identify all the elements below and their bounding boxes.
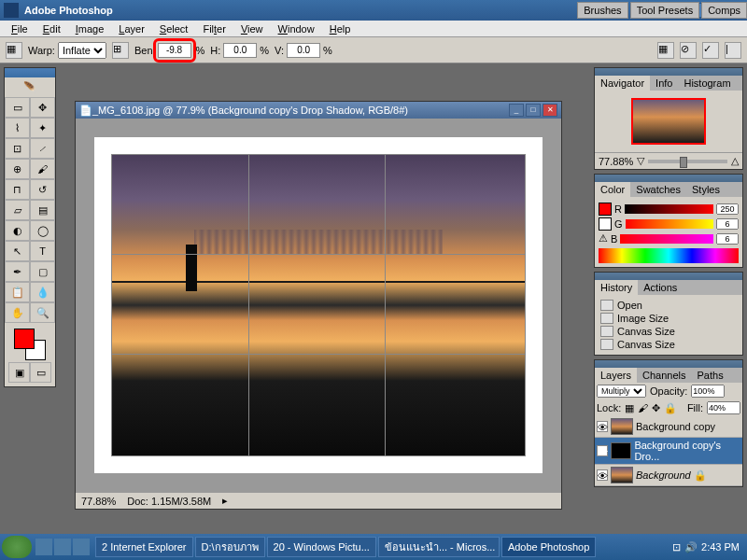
visibility-icon[interactable]: 👁 (597, 445, 608, 456)
history-brush-tool[interactable]: ↺ (30, 179, 55, 200)
canvas-area[interactable] (76, 119, 561, 492)
history-item[interactable]: Canvas Size (599, 338, 739, 351)
task-item[interactable]: D:\กรอบภาพ (195, 537, 265, 557)
layer-row[interactable]: 👁 Background copy (595, 416, 742, 438)
lock-trans-icon[interactable]: ▦ (625, 402, 634, 414)
pen-tool[interactable]: ✒ (5, 261, 30, 282)
menu-file[interactable]: File (4, 21, 35, 36)
history-item[interactable]: Image Size (599, 312, 739, 325)
panel-header[interactable] (595, 360, 742, 368)
brush-tool[interactable]: 🖌 (30, 159, 55, 179)
r-input[interactable] (716, 203, 739, 215)
type-tool[interactable]: T (30, 241, 55, 261)
doc-close-button[interactable]: ✕ (543, 104, 557, 117)
tab-paths[interactable]: Paths (692, 368, 729, 383)
move-tool[interactable]: ✥ (30, 97, 55, 118)
lock-all-icon[interactable]: 🔒 (664, 402, 677, 414)
task-item[interactable]: 20 - Windows Pictu... (267, 537, 376, 557)
tab-navigator[interactable]: Navigator (595, 76, 650, 91)
menu-edit[interactable]: Edit (35, 21, 68, 36)
zoom-slider[interactable] (648, 160, 727, 163)
bend-input[interactable] (158, 43, 191, 58)
tab-swatches[interactable]: Swatches (630, 182, 686, 197)
layer-thumbnail[interactable] (611, 418, 633, 435)
r-slider[interactable] (625, 204, 713, 214)
slice-tool[interactable]: ⟋ (30, 138, 55, 159)
color-fg-swatch[interactable] (599, 203, 612, 216)
tray-icon[interactable]: ⊡ (672, 541, 681, 553)
status-arrow-icon[interactable]: ▸ (222, 495, 228, 507)
zoom-out-icon[interactable]: ▽ (637, 155, 644, 167)
hand-tool[interactable]: ✋ (5, 302, 30, 323)
lock-paint-icon[interactable]: 🖌 (638, 402, 648, 413)
panel-header[interactable] (595, 68, 742, 76)
visibility-icon[interactable]: 👁 (597, 469, 608, 481)
warp-toggle-icon[interactable]: ▦ (657, 42, 674, 59)
tab-actions[interactable]: Actions (638, 280, 683, 295)
shape-tool[interactable]: ▢ (30, 261, 55, 282)
blend-mode-select[interactable]: Multiply (597, 385, 646, 398)
layer-thumbnail[interactable] (611, 442, 631, 459)
history-item[interactable]: Open (599, 299, 739, 312)
task-item[interactable]: ข้อนแนะนำ... - Micros... (378, 537, 500, 557)
start-button[interactable] (2, 536, 32, 558)
tab-info[interactable]: Info (650, 76, 678, 91)
navigator-thumbnail[interactable] (631, 98, 706, 145)
zoom-in-icon[interactable]: △ (731, 155, 739, 167)
warp-style-select[interactable]: Inflate (58, 42, 106, 59)
tab-channels[interactable]: Channels (637, 368, 691, 383)
orientation-icon[interactable]: ⊞ (112, 42, 129, 59)
menu-select[interactable]: Select (152, 21, 196, 36)
marquee-tool[interactable]: ▭ (5, 97, 30, 118)
clock[interactable]: 2:43 PM (701, 541, 740, 553)
ql-desktop-icon[interactable] (35, 539, 52, 555)
dodge-tool[interactable]: ◯ (30, 220, 55, 241)
zoom-level[interactable]: 77.88% (81, 496, 116, 507)
task-item[interactable]: 2 Internet Explorer (95, 537, 193, 557)
wand-tool[interactable]: ✦ (30, 118, 55, 138)
g-input[interactable] (716, 218, 739, 230)
blur-tool[interactable]: ◐ (5, 220, 30, 241)
screenmode-icon[interactable]: ▭ (30, 362, 51, 383)
tab-tool-presets[interactable]: Tool Presets (630, 2, 700, 19)
panel-header[interactable] (595, 175, 742, 182)
eyedropper-tool[interactable]: 💧 (30, 282, 55, 302)
menu-view[interactable]: View (233, 21, 271, 36)
doc-minimize-button[interactable]: _ (509, 104, 524, 117)
tab-comps[interactable]: Comps (701, 2, 747, 19)
notes-tool[interactable]: 📋 (5, 282, 30, 302)
tool-preset-icon[interactable]: ▦ (6, 42, 22, 59)
layer-row[interactable]: 👁 Background copy's Dro... (595, 438, 742, 465)
fill-input[interactable] (707, 401, 740, 414)
quickmask-icon[interactable]: ▣ (8, 362, 30, 383)
opacity-input[interactable] (691, 385, 725, 398)
tab-history[interactable]: History (595, 280, 638, 295)
tab-styles[interactable]: Styles (686, 182, 726, 197)
document-titlebar[interactable]: 📄 _MG_6108.jpg @ 77.9% (Background copy'… (76, 102, 561, 119)
crop-tool[interactable]: ⊡ (5, 138, 30, 159)
layer-row[interactable]: 👁 Background 🔒 (595, 465, 742, 486)
layer-thumbnail[interactable] (611, 467, 633, 483)
menu-layer[interactable]: Layer (111, 21, 152, 36)
cancel-icon[interactable]: ⊘ (680, 42, 697, 59)
color-swatches[interactable] (14, 329, 46, 360)
lock-move-icon[interactable]: ✥ (652, 402, 660, 414)
lasso-tool[interactable]: ⌇ (5, 118, 30, 138)
spectrum-bar[interactable] (599, 248, 739, 263)
tab-color[interactable]: Color (595, 182, 630, 197)
photo-layer[interactable] (111, 154, 526, 456)
v-input[interactable] (287, 43, 320, 58)
zoom-tool[interactable]: 🔍 (30, 302, 55, 323)
nav-zoom[interactable]: 77.88% (599, 156, 633, 167)
eraser-tool[interactable]: ▱ (5, 200, 30, 220)
g-slider[interactable] (626, 219, 713, 229)
menu-window[interactable]: Window (271, 21, 322, 36)
tab-histogram[interactable]: Histogram (678, 76, 736, 91)
menu-image[interactable]: Image (68, 21, 112, 36)
tab-layers[interactable]: Layers (595, 368, 637, 383)
path-tool[interactable]: ↖ (5, 241, 30, 261)
tab-brushes[interactable]: Brushes (577, 2, 627, 19)
foreground-color[interactable] (14, 329, 35, 349)
b-slider[interactable] (620, 234, 713, 244)
ql-explorer-icon[interactable] (73, 539, 90, 555)
